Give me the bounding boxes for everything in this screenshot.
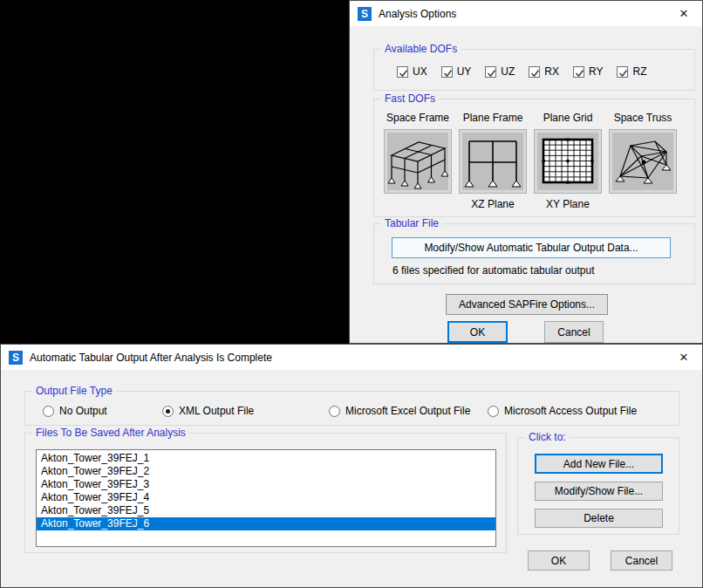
radio-label: No Output	[59, 405, 107, 417]
space-truss-image	[612, 133, 673, 190]
radio-label: Microsoft Access Output File	[504, 405, 637, 417]
fast-dof-space-truss-col: Space Truss	[607, 112, 679, 198]
checkbox-label: RX	[544, 65, 559, 78]
advanced-sapfire-options-button[interactable]: Advanced SAPFire Options...	[446, 294, 608, 315]
dialog-title: Analysis Options	[379, 8, 456, 20]
click-to-group: Click to: Add New File... Modify/Show Fi…	[517, 437, 679, 535]
files-listbox[interactable]: Akton_Tower_39FEJ_1 Akton_Tower_39FEJ_2 …	[36, 449, 496, 547]
fast-dof-plane-frame-col: Plane Frame XZ Plane	[457, 112, 529, 210]
space-frame-button[interactable]	[384, 129, 452, 194]
plane-grid-label: Plane Grid	[532, 112, 604, 127]
list-item[interactable]: Akton_Tower_39FEJ_5	[37, 504, 495, 517]
radio-label: Microsoft Excel Output File	[345, 405, 470, 417]
analysis-options-dialog: S Analysis Options ✕ Available DOFs UX U…	[349, 0, 703, 344]
radio-unselected-icon	[329, 406, 340, 417]
plane-frame-image	[462, 133, 523, 190]
checkbox-label: RZ	[632, 65, 646, 78]
checkbox-checked-icon	[529, 66, 540, 78]
checkbox-ux[interactable]: UX	[397, 65, 427, 78]
output-file-type-group: Output File Type No Output XML Output Fi…	[24, 391, 679, 426]
close-icon[interactable]: ✕	[674, 1, 693, 26]
modify-show-tabular-output-button[interactable]: Modify/Show Automatic Tabular Output Dat…	[392, 237, 671, 258]
tabular-output-titlebar[interactable]: S Automatic Tabular Output After Analysi…	[1, 345, 702, 370]
delete-button[interactable]: Delete	[535, 509, 663, 528]
modify-show-file-button[interactable]: Modify/Show File...	[535, 482, 663, 501]
radio-no-output[interactable]: No Output	[43, 405, 107, 417]
checkbox-rz[interactable]: RZ	[617, 65, 646, 78]
checkbox-checked-icon	[485, 66, 496, 78]
space-frame-image	[387, 133, 448, 190]
radio-label: XML Output File	[179, 405, 254, 417]
list-item-selected[interactable]: Akton_Tower_39FEJ_6	[37, 517, 495, 530]
files-to-be-saved-label: Files To Be Saved After Analysis	[32, 427, 189, 440]
list-item[interactable]: Akton_Tower_39FEJ_3	[37, 478, 495, 491]
radio-xml-output-file[interactable]: XML Output File	[162, 405, 254, 417]
fast-dof-plane-grid-col: Plane Grid	[532, 112, 604, 210]
radio-microsoft-access-output-file[interactable]: Microsoft Access Output File	[488, 405, 637, 417]
list-item[interactable]: Akton_Tower_39FEJ_2	[37, 465, 495, 478]
sap2000-app-icon: S	[9, 351, 23, 365]
plane-frame-label: Plane Frame	[457, 112, 529, 127]
checkbox-uy[interactable]: UY	[441, 65, 472, 78]
radio-microsoft-excel-output-file[interactable]: Microsoft Excel Output File	[329, 405, 470, 417]
checkbox-label: UY	[457, 65, 472, 78]
radio-selected-icon	[162, 406, 174, 417]
output-file-type-label: Output File Type	[32, 385, 116, 398]
radio-unselected-icon	[488, 406, 499, 417]
checkbox-label: UZ	[501, 65, 515, 78]
analysis-options-titlebar[interactable]: S Analysis Options ✕	[350, 1, 702, 26]
checkbox-label: UX	[413, 65, 427, 78]
ok-button[interactable]: OK	[447, 321, 508, 343]
plane-grid-sublabel: XY Plane	[532, 198, 604, 210]
ok-button[interactable]: OK	[528, 550, 590, 571]
checkbox-checked-icon	[397, 66, 408, 78]
radio-unselected-icon	[43, 406, 54, 417]
click-to-label: Click to:	[525, 431, 570, 444]
tabular-file-label: Tabular File	[381, 217, 442, 230]
checkbox-ry[interactable]: RY	[573, 65, 603, 78]
checkbox-label: RY	[589, 65, 603, 78]
tabular-output-status-text: 6 files specified for automatic tabular …	[392, 264, 594, 277]
fast-dof-space-frame-col: Space Frame	[382, 112, 454, 198]
plane-grid-button[interactable]	[534, 129, 602, 194]
checkbox-uz[interactable]: UZ	[485, 65, 515, 78]
cancel-button[interactable]: Cancel	[544, 321, 604, 343]
space-frame-label: Space Frame	[382, 112, 454, 127]
checkbox-checked-icon	[573, 66, 584, 78]
fast-dofs-group: Fast DOFs Space Frame	[373, 99, 695, 217]
plane-frame-sublabel: XZ Plane	[457, 198, 529, 210]
sap2000-app-icon: S	[358, 7, 372, 21]
available-dofs-group: Available DOFs UX UY UZ RX RY	[373, 49, 695, 91]
dialog-title: Automatic Tabular Output After Analysis …	[30, 352, 272, 364]
fast-dofs-label: Fast DOFs	[381, 92, 439, 106]
checkbox-checked-icon	[441, 66, 453, 78]
dof-checkbox-row: UX UY UZ RX RY RZ	[397, 65, 646, 78]
list-item[interactable]: Akton_Tower_39FEJ_4	[37, 491, 495, 504]
close-icon[interactable]: ✕	[674, 345, 693, 370]
checkbox-rx[interactable]: RX	[529, 65, 559, 78]
cancel-button[interactable]: Cancel	[611, 550, 672, 571]
files-to-be-saved-group: Files To Be Saved After Analysis Akton_T…	[24, 433, 507, 553]
automatic-tabular-output-dialog: S Automatic Tabular Output After Analysi…	[0, 344, 703, 588]
available-dofs-label: Available DOFs	[381, 43, 461, 56]
checkbox-checked-icon	[617, 66, 628, 78]
plane-grid-image	[537, 133, 598, 190]
add-new-file-button[interactable]: Add New File...	[535, 454, 663, 474]
space-truss-label: Space Truss	[607, 112, 679, 127]
tabular-file-group: Tabular File Modify/Show Automatic Tabul…	[373, 223, 695, 284]
space-truss-button[interactable]	[609, 129, 677, 194]
list-item[interactable]: Akton_Tower_39FEJ_1	[37, 452, 495, 465]
plane-frame-button[interactable]	[459, 129, 527, 194]
